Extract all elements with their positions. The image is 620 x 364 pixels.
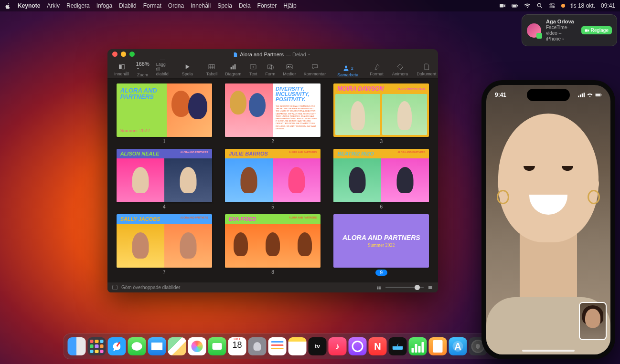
dock-calendar[interactable]: OKT18 bbox=[228, 337, 246, 355]
menu-arkiv[interactable]: Arkiv bbox=[47, 2, 60, 9]
menu-app[interactable]: Keynote bbox=[18, 2, 40, 9]
dock-facetime[interactable] bbox=[208, 337, 226, 355]
dock-safari[interactable] bbox=[108, 337, 126, 355]
menu-diabild[interactable]: Diabild bbox=[119, 2, 137, 9]
menubar-date[interactable]: tis 18 okt. bbox=[571, 2, 595, 9]
toolbar-collaborate[interactable]: 2 Samarbeta bbox=[337, 64, 358, 77]
svg-point-22 bbox=[288, 66, 289, 67]
dock-pages[interactable] bbox=[429, 337, 447, 355]
battery-icon bbox=[595, 93, 602, 97]
toolbar-document[interactable]: Dokument bbox=[415, 62, 438, 77]
svg-rect-16 bbox=[235, 64, 236, 70]
svg-rect-28 bbox=[428, 286, 432, 289]
facetime-pip[interactable] bbox=[579, 302, 607, 340]
dock-maps[interactable] bbox=[168, 337, 186, 355]
play-icon bbox=[183, 63, 192, 71]
battery-icon[interactable] bbox=[512, 2, 518, 9]
slide-thumbnail[interactable]: JULIE BARROSALORA AND PARTNERS bbox=[225, 149, 321, 202]
dock-music[interactable]: ♪ bbox=[329, 337, 347, 355]
menu-ordna[interactable]: Ordna bbox=[168, 2, 184, 9]
menu-infoga[interactable]: Infoga bbox=[96, 2, 112, 9]
toolbar-animate[interactable]: Animera bbox=[390, 62, 410, 77]
slide-grid[interactable]: ALORA AND PARTNERSSummer 20221 DIVERSITY… bbox=[107, 79, 438, 282]
dock-news[interactable]: N bbox=[369, 337, 387, 355]
svg-point-6 bbox=[550, 4, 551, 5]
dock-launchpad[interactable] bbox=[88, 337, 106, 355]
notification-button[interactable]: Reglage bbox=[581, 26, 612, 34]
svg-rect-25 bbox=[379, 286, 381, 288]
facetime-notification[interactable]: Aga Orlova FaceTime-video – iPhone › Reg… bbox=[522, 14, 617, 46]
dock-reminders[interactable] bbox=[268, 337, 287, 355]
wifi-icon[interactable] bbox=[524, 2, 531, 9]
control-center-icon[interactable] bbox=[549, 2, 556, 9]
slide-thumbnail[interactable]: ALORA AND PARTNERSSummer 2022 bbox=[333, 214, 429, 268]
chart-icon bbox=[229, 63, 237, 71]
facetime-menubar-icon[interactable] bbox=[499, 2, 506, 9]
menu-fonster[interactable]: Fönster bbox=[257, 2, 277, 9]
shared-label[interactable]: Delad bbox=[292, 52, 306, 57]
brush-icon bbox=[373, 63, 381, 71]
dock-mail[interactable] bbox=[148, 337, 166, 355]
iphone-device: 9:41 bbox=[481, 80, 615, 359]
dock-numbers[interactable] bbox=[409, 337, 427, 355]
dock-finder[interactable] bbox=[68, 337, 86, 355]
dock-photos[interactable] bbox=[188, 337, 206, 355]
toolbar-shape[interactable]: Form bbox=[263, 62, 277, 77]
svg-rect-13 bbox=[209, 64, 214, 69]
toolbar-view[interactable]: Innehåll bbox=[112, 62, 131, 77]
toolbar-table[interactable]: Tabell bbox=[204, 62, 220, 77]
slide-thumbnail[interactable]: SALLY JACOBSALORA AND PARTNERS bbox=[117, 214, 212, 268]
slide-thumbnail[interactable]: ALORA AND PARTNERSSummer 2022 bbox=[117, 83, 212, 137]
slide-thumbnail[interactable]: EVA FRIEDALORA AND PARTNERS bbox=[225, 214, 321, 268]
menu-hjalp[interactable]: Hjälp bbox=[283, 2, 296, 9]
thumb-large-icon[interactable] bbox=[428, 285, 433, 291]
dock-tv[interactable]: tv bbox=[309, 337, 327, 355]
thumb-small-icon[interactable] bbox=[376, 285, 382, 291]
svg-rect-2 bbox=[512, 5, 516, 7]
menu-innehall[interactable]: Innehåll bbox=[191, 2, 211, 9]
zoom-select[interactable]: 168% bbox=[136, 61, 150, 72]
apple-logo-icon[interactable] bbox=[5, 3, 11, 9]
svg-rect-9 bbox=[585, 29, 588, 31]
toolbar-text[interactable]: T Text bbox=[247, 62, 259, 77]
svg-rect-15 bbox=[233, 65, 234, 69]
menu-format[interactable]: Format bbox=[143, 2, 161, 9]
svg-rect-21 bbox=[287, 64, 292, 69]
toolbar-media[interactable]: Medier bbox=[281, 62, 298, 77]
slide-number: 7 bbox=[163, 270, 166, 275]
menu-dela[interactable]: Dela bbox=[239, 2, 251, 9]
slide-number: 3 bbox=[380, 139, 383, 144]
text-icon: T bbox=[249, 63, 257, 71]
dock-messages[interactable] bbox=[128, 337, 146, 355]
menu-redigera[interactable]: Redigera bbox=[66, 2, 90, 9]
dock-podcasts[interactable] bbox=[349, 337, 367, 355]
slide-thumbnail[interactable]: BEATRIZ RIZOALORA AND PARTNERS bbox=[333, 149, 429, 202]
view-icon bbox=[118, 63, 126, 71]
person-icon bbox=[342, 64, 350, 72]
dock-notes[interactable] bbox=[289, 337, 307, 355]
chevron-down-icon[interactable] bbox=[307, 52, 311, 56]
thumb-size-slider[interactable] bbox=[385, 287, 424, 288]
skip-checkbox[interactable] bbox=[112, 285, 118, 290]
dock-contacts[interactable] bbox=[248, 337, 267, 355]
skip-label: Göm överhoppade diabilder bbox=[121, 285, 180, 290]
dock-appstore[interactable] bbox=[449, 337, 467, 355]
toolbar-comment[interactable]: Kommentar bbox=[302, 62, 328, 77]
search-icon[interactable] bbox=[536, 2, 543, 9]
slide-thumbnail[interactable]: MOIRA DAWSONALORA AND PARTNERS bbox=[333, 83, 429, 137]
home-indicator[interactable] bbox=[522, 350, 575, 352]
toolbar-play[interactable]: Spela bbox=[180, 62, 195, 77]
window-maximize-button[interactable] bbox=[129, 52, 135, 57]
table-icon bbox=[207, 63, 216, 71]
window-close-button[interactable] bbox=[112, 52, 118, 57]
menubar-time[interactable]: 09:41 bbox=[601, 2, 615, 9]
toolbar-format[interactable]: Format bbox=[368, 62, 385, 77]
slide-thumbnail[interactable]: DIVERSITY, INCLUSIVITY, POSITIVITY.THE I… bbox=[225, 83, 321, 137]
toolbar-chart[interactable]: Diagram bbox=[223, 62, 243, 77]
dock-stocks[interactable] bbox=[389, 337, 407, 355]
window-minimize-button[interactable] bbox=[121, 52, 126, 57]
svg-rect-14 bbox=[231, 67, 232, 69]
slide-thumbnail[interactable]: ALISON NEALEALORA AND PARTNERS bbox=[117, 149, 212, 202]
svg-point-23 bbox=[345, 66, 347, 68]
menu-spela[interactable]: Spela bbox=[217, 2, 232, 9]
